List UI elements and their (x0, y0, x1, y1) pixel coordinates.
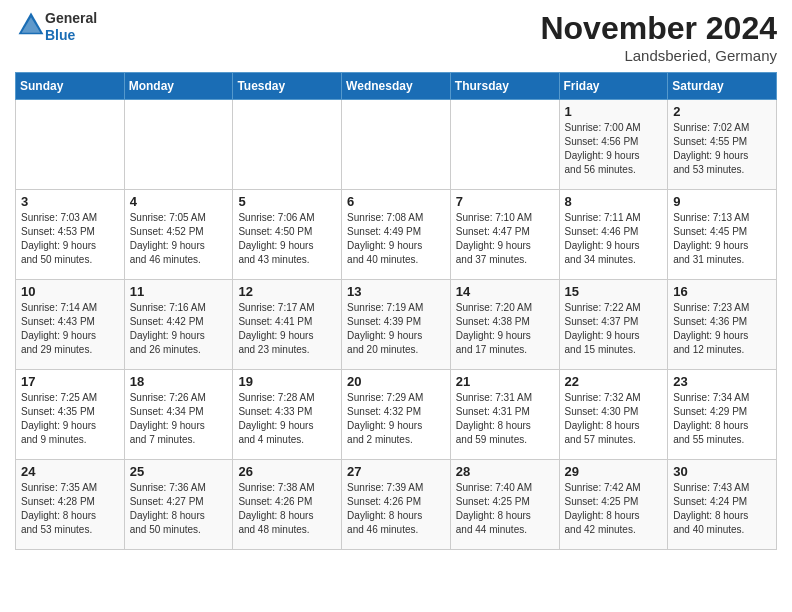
day-number: 21 (456, 374, 554, 389)
day-number: 13 (347, 284, 445, 299)
day-number: 8 (565, 194, 663, 209)
logo-text: General Blue (45, 10, 97, 44)
day-number: 22 (565, 374, 663, 389)
calendar-cell: 24Sunrise: 7:35 AM Sunset: 4:28 PM Dayli… (16, 460, 125, 550)
calendar-cell (124, 100, 233, 190)
day-info: Sunrise: 7:25 AM Sunset: 4:35 PM Dayligh… (21, 391, 119, 447)
day-number: 28 (456, 464, 554, 479)
day-info: Sunrise: 7:32 AM Sunset: 4:30 PM Dayligh… (565, 391, 663, 447)
calendar-cell (342, 100, 451, 190)
day-number: 9 (673, 194, 771, 209)
calendar-week-row: 24Sunrise: 7:35 AM Sunset: 4:28 PM Dayli… (16, 460, 777, 550)
day-info: Sunrise: 7:29 AM Sunset: 4:32 PM Dayligh… (347, 391, 445, 447)
calendar-cell: 1Sunrise: 7:00 AM Sunset: 4:56 PM Daylig… (559, 100, 668, 190)
calendar-cell: 8Sunrise: 7:11 AM Sunset: 4:46 PM Daylig… (559, 190, 668, 280)
day-number: 18 (130, 374, 228, 389)
calendar-cell: 25Sunrise: 7:36 AM Sunset: 4:27 PM Dayli… (124, 460, 233, 550)
calendar-cell (233, 100, 342, 190)
calendar-cell: 5Sunrise: 7:06 AM Sunset: 4:50 PM Daylig… (233, 190, 342, 280)
day-info: Sunrise: 7:05 AM Sunset: 4:52 PM Dayligh… (130, 211, 228, 267)
page-header: General Blue November 2024 Landsberied, … (15, 10, 777, 64)
weekday-header: Saturday (668, 73, 777, 100)
calendar-cell: 13Sunrise: 7:19 AM Sunset: 4:39 PM Dayli… (342, 280, 451, 370)
day-number: 26 (238, 464, 336, 479)
day-number: 14 (456, 284, 554, 299)
calendar-cell: 19Sunrise: 7:28 AM Sunset: 4:33 PM Dayli… (233, 370, 342, 460)
day-number: 27 (347, 464, 445, 479)
weekday-header: Friday (559, 73, 668, 100)
calendar-cell: 9Sunrise: 7:13 AM Sunset: 4:45 PM Daylig… (668, 190, 777, 280)
weekday-header: Thursday (450, 73, 559, 100)
calendar-cell: 30Sunrise: 7:43 AM Sunset: 4:24 PM Dayli… (668, 460, 777, 550)
day-number: 16 (673, 284, 771, 299)
day-info: Sunrise: 7:11 AM Sunset: 4:46 PM Dayligh… (565, 211, 663, 267)
calendar-cell: 7Sunrise: 7:10 AM Sunset: 4:47 PM Daylig… (450, 190, 559, 280)
day-info: Sunrise: 7:34 AM Sunset: 4:29 PM Dayligh… (673, 391, 771, 447)
day-info: Sunrise: 7:20 AM Sunset: 4:38 PM Dayligh… (456, 301, 554, 357)
calendar-cell: 2Sunrise: 7:02 AM Sunset: 4:55 PM Daylig… (668, 100, 777, 190)
day-number: 23 (673, 374, 771, 389)
day-number: 6 (347, 194, 445, 209)
day-number: 20 (347, 374, 445, 389)
day-info: Sunrise: 7:14 AM Sunset: 4:43 PM Dayligh… (21, 301, 119, 357)
day-number: 2 (673, 104, 771, 119)
day-info: Sunrise: 7:22 AM Sunset: 4:37 PM Dayligh… (565, 301, 663, 357)
calendar-table: SundayMondayTuesdayWednesdayThursdayFrid… (15, 72, 777, 550)
calendar-cell: 6Sunrise: 7:08 AM Sunset: 4:49 PM Daylig… (342, 190, 451, 280)
day-info: Sunrise: 7:08 AM Sunset: 4:49 PM Dayligh… (347, 211, 445, 267)
calendar-cell: 22Sunrise: 7:32 AM Sunset: 4:30 PM Dayli… (559, 370, 668, 460)
day-info: Sunrise: 7:42 AM Sunset: 4:25 PM Dayligh… (565, 481, 663, 537)
calendar-cell: 17Sunrise: 7:25 AM Sunset: 4:35 PM Dayli… (16, 370, 125, 460)
day-info: Sunrise: 7:06 AM Sunset: 4:50 PM Dayligh… (238, 211, 336, 267)
logo: General Blue (15, 10, 97, 44)
day-number: 24 (21, 464, 119, 479)
calendar-cell: 28Sunrise: 7:40 AM Sunset: 4:25 PM Dayli… (450, 460, 559, 550)
calendar-week-row: 3Sunrise: 7:03 AM Sunset: 4:53 PM Daylig… (16, 190, 777, 280)
calendar-cell: 11Sunrise: 7:16 AM Sunset: 4:42 PM Dayli… (124, 280, 233, 370)
day-number: 1 (565, 104, 663, 119)
calendar-cell: 12Sunrise: 7:17 AM Sunset: 4:41 PM Dayli… (233, 280, 342, 370)
calendar-cell: 4Sunrise: 7:05 AM Sunset: 4:52 PM Daylig… (124, 190, 233, 280)
day-number: 19 (238, 374, 336, 389)
day-number: 3 (21, 194, 119, 209)
calendar-cell: 21Sunrise: 7:31 AM Sunset: 4:31 PM Dayli… (450, 370, 559, 460)
calendar-cell: 20Sunrise: 7:29 AM Sunset: 4:32 PM Dayli… (342, 370, 451, 460)
calendar-week-row: 17Sunrise: 7:25 AM Sunset: 4:35 PM Dayli… (16, 370, 777, 460)
day-info: Sunrise: 7:17 AM Sunset: 4:41 PM Dayligh… (238, 301, 336, 357)
calendar-cell: 27Sunrise: 7:39 AM Sunset: 4:26 PM Dayli… (342, 460, 451, 550)
calendar-cell: 18Sunrise: 7:26 AM Sunset: 4:34 PM Dayli… (124, 370, 233, 460)
day-number: 30 (673, 464, 771, 479)
day-info: Sunrise: 7:43 AM Sunset: 4:24 PM Dayligh… (673, 481, 771, 537)
day-info: Sunrise: 7:16 AM Sunset: 4:42 PM Dayligh… (130, 301, 228, 357)
calendar-cell: 23Sunrise: 7:34 AM Sunset: 4:29 PM Dayli… (668, 370, 777, 460)
calendar-cell (16, 100, 125, 190)
day-info: Sunrise: 7:02 AM Sunset: 4:55 PM Dayligh… (673, 121, 771, 177)
day-info: Sunrise: 7:00 AM Sunset: 4:56 PM Dayligh… (565, 121, 663, 177)
day-info: Sunrise: 7:39 AM Sunset: 4:26 PM Dayligh… (347, 481, 445, 537)
day-info: Sunrise: 7:38 AM Sunset: 4:26 PM Dayligh… (238, 481, 336, 537)
day-number: 25 (130, 464, 228, 479)
calendar-cell: 26Sunrise: 7:38 AM Sunset: 4:26 PM Dayli… (233, 460, 342, 550)
day-number: 7 (456, 194, 554, 209)
weekday-header: Tuesday (233, 73, 342, 100)
day-number: 11 (130, 284, 228, 299)
day-info: Sunrise: 7:26 AM Sunset: 4:34 PM Dayligh… (130, 391, 228, 447)
calendar-cell (450, 100, 559, 190)
day-info: Sunrise: 7:13 AM Sunset: 4:45 PM Dayligh… (673, 211, 771, 267)
weekday-header: Sunday (16, 73, 125, 100)
calendar-cell: 16Sunrise: 7:23 AM Sunset: 4:36 PM Dayli… (668, 280, 777, 370)
day-info: Sunrise: 7:35 AM Sunset: 4:28 PM Dayligh… (21, 481, 119, 537)
calendar-week-row: 10Sunrise: 7:14 AM Sunset: 4:43 PM Dayli… (16, 280, 777, 370)
day-number: 4 (130, 194, 228, 209)
calendar-cell: 10Sunrise: 7:14 AM Sunset: 4:43 PM Dayli… (16, 280, 125, 370)
logo-icon (17, 11, 45, 39)
weekday-header: Monday (124, 73, 233, 100)
day-number: 5 (238, 194, 336, 209)
day-info: Sunrise: 7:03 AM Sunset: 4:53 PM Dayligh… (21, 211, 119, 267)
weekday-header: Wednesday (342, 73, 451, 100)
day-info: Sunrise: 7:40 AM Sunset: 4:25 PM Dayligh… (456, 481, 554, 537)
calendar-cell: 3Sunrise: 7:03 AM Sunset: 4:53 PM Daylig… (16, 190, 125, 280)
calendar-cell: 29Sunrise: 7:42 AM Sunset: 4:25 PM Dayli… (559, 460, 668, 550)
calendar-cell: 14Sunrise: 7:20 AM Sunset: 4:38 PM Dayli… (450, 280, 559, 370)
day-number: 15 (565, 284, 663, 299)
